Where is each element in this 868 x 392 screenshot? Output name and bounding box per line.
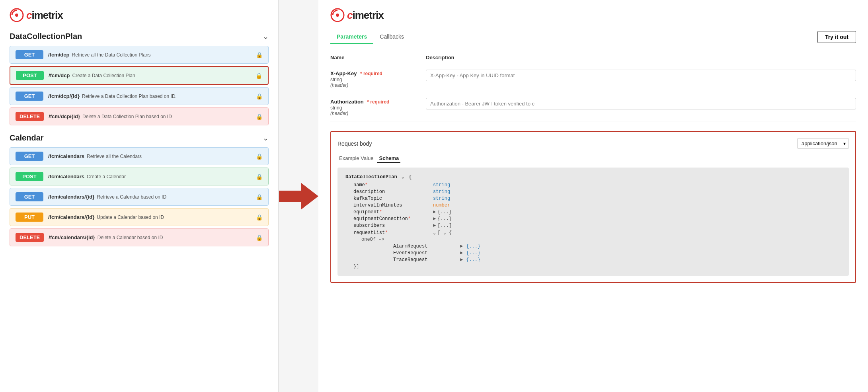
params-col-description: Description	[426, 55, 856, 60]
endpoint-desc: Retrieve a Calendar based on ID	[97, 194, 166, 200]
schema-field-kafkatopic: kafkaTopic string	[345, 196, 841, 201]
example-tabs: Example Value Schema	[337, 154, 849, 163]
endpoint-path: /fcm/calendars	[48, 153, 84, 159]
lock-icon: 🔒	[256, 72, 262, 79]
dcp-section-header: DataCollectionPlan ⌄	[10, 32, 269, 41]
example-tab-value[interactable]: Example Value	[337, 154, 375, 163]
endpoint-calendars-post[interactable]: POST /fcm/calendars Create a Calendar 🔒	[10, 168, 269, 185]
endpoint-dcp-delete[interactable]: DELETE /fcm/dcp/{id} Delete a Data Colle…	[10, 107, 269, 125]
endpoint-dcp-get-id[interactable]: GET /fcm/dcp/{id} Retrieve a Data Collec…	[10, 87, 269, 105]
tab-parameters[interactable]: Parameters	[330, 30, 373, 44]
param-name-xappkey: X-App-Key * required	[330, 70, 426, 77]
endpoint-path: /fcm/calendars/{id}	[48, 194, 94, 200]
param-type-xappkey: string	[330, 77, 426, 82]
calendar-section-header: Calendar ⌄	[10, 133, 269, 142]
method-badge-get: GET	[16, 152, 43, 161]
param-row-auth: Authorization * required string (header)	[330, 93, 856, 121]
left-panel: cimetrix DataCollectionPlan ⌄ GET /fcm/d…	[0, 0, 279, 392]
endpoint-desc: Delete a Calendar based on ID	[98, 235, 163, 240]
try-it-out-button[interactable]: Try it out	[817, 31, 856, 43]
param-location-auth: (header)	[330, 111, 426, 116]
schema-box: DataCollectionPlan ⌄ { name* string desc…	[337, 168, 849, 276]
method-badge-delete: DELETE	[16, 233, 44, 242]
right-panel: cimetrix Parameters Callbacks Try it out…	[318, 0, 868, 392]
param-input-xappkey[interactable]	[426, 70, 856, 81]
schema-field-requestlist: requestList* ⌄ [ ⌄ {	[345, 230, 841, 236]
lock-icon: 🔒	[256, 93, 263, 99]
lock-icon: 🔒	[256, 52, 263, 58]
content-type-select[interactable]: application/json	[797, 138, 849, 149]
param-row-xappkey: X-App-Key * required string (header)	[330, 65, 856, 93]
lock-icon: 🔒	[256, 153, 263, 160]
method-badge-get: GET	[16, 192, 43, 201]
param-desc-col-auth	[426, 98, 856, 109]
schema-field-description: description string	[345, 189, 841, 195]
endpoint-path: /fcm/calendars/{id}	[49, 234, 95, 240]
endpoint-path: /fcm/calendars	[48, 174, 84, 179]
param-input-auth[interactable]	[426, 98, 856, 109]
request-body-section: Request body application/json Example Va…	[330, 131, 856, 283]
endpoint-desc: Create a Data Collection Plan	[72, 73, 135, 78]
endpoint-desc: Retrieve all the Data Collection Plans	[72, 52, 150, 58]
method-badge-post: POST	[16, 71, 44, 80]
dcp-section-title: DataCollectionPlan	[10, 32, 82, 41]
endpoint-calendars-delete[interactable]: DELETE /fcm/calendars/{id} Delete a Cale…	[10, 228, 269, 246]
method-badge-get: GET	[16, 92, 43, 101]
left-logo-text: cimetrix	[26, 9, 63, 21]
collapse-icon[interactable]: ⌄	[433, 230, 436, 236]
lock-icon: 🔒	[256, 234, 263, 241]
endpoint-path: /fcm/dcp	[49, 72, 70, 78]
example-tab-schema[interactable]: Schema	[377, 154, 400, 163]
endpoint-dcp-post[interactable]: POST /fcm/dcp Create a Data Collection P…	[10, 66, 269, 85]
request-body-header: Request body application/json	[337, 138, 849, 149]
params-header: Name Description	[330, 52, 856, 63]
expand-arrow-eq-connection[interactable]: ►	[433, 216, 436, 222]
calendar-section-title: Calendar	[10, 133, 44, 142]
dcp-chevron-icon[interactable]: ⌄	[263, 32, 269, 41]
schema-field-oneof: oneOf ->	[345, 237, 841, 242]
lock-icon: 🔒	[256, 113, 263, 120]
endpoint-dcp-get-all[interactable]: GET /fcm/dcp Retrieve all the Data Colle…	[10, 46, 269, 64]
right-cimetrix-logo-icon	[330, 8, 345, 22]
nested-event-request: EventRequest ► {...}	[345, 250, 841, 256]
lock-icon: 🔒	[256, 214, 263, 220]
parameters-table: Name Description X-App-Key * required st…	[330, 52, 856, 121]
param-name-auth: Authorization * required	[330, 98, 426, 105]
schema-field-subscribers: subscribers ► [...]	[345, 223, 841, 228]
endpoint-path: /fcm/calendars/{id}	[48, 214, 94, 220]
method-badge-put: PUT	[16, 213, 43, 222]
request-body-title: Request body	[337, 140, 372, 147]
endpoint-calendars-get-all[interactable]: GET /fcm/calendars Retrieve all the Cale…	[10, 147, 269, 165]
endpoint-calendars-put[interactable]: PUT /fcm/calendars/{id} Update a Calenda…	[10, 208, 269, 226]
param-name-col-auth: Authorization * required string (header)	[330, 98, 426, 116]
expand-arrow-trace[interactable]: ►	[460, 257, 463, 263]
schema-field-equipment-connection: equipmentConnection* ► {...}	[345, 216, 841, 222]
tab-callbacks[interactable]: Callbacks	[373, 30, 410, 44]
method-badge-delete: DELETE	[16, 112, 44, 121]
expand-arrow-alarm[interactable]: ►	[460, 244, 463, 249]
lock-icon: 🔒	[256, 194, 263, 200]
endpoint-desc: Retrieve all the Calendars	[87, 154, 142, 159]
left-logo: cimetrix	[10, 8, 269, 22]
method-badge-get: GET	[16, 50, 43, 59]
expand-arrow-subscribers[interactable]: ►	[433, 223, 436, 228]
expand-icon[interactable]: ⌄	[402, 174, 407, 180]
tabs-row: Parameters Callbacks Try it out	[330, 30, 856, 44]
calendar-chevron-icon[interactable]: ⌄	[263, 134, 269, 142]
content-type-wrapper: application/json	[797, 138, 849, 149]
schema-field-equipment: equipment* ► {...}	[345, 209, 841, 215]
endpoint-calendars-get-id[interactable]: GET /fcm/calendars/{id} Retrieve a Calen…	[10, 188, 269, 206]
endpoint-desc: Create a Calendar	[87, 174, 126, 179]
endpoint-path: /fcm/dcp	[48, 52, 69, 58]
endpoint-path: /fcm/dcp/{id}	[49, 113, 80, 119]
expand-arrow-equipment[interactable]: ►	[433, 209, 436, 215]
param-desc-col-xappkey	[426, 70, 856, 81]
cimetrix-logo-icon	[10, 8, 24, 22]
schema-open-brace: {	[409, 174, 412, 180]
method-badge-post: POST	[16, 172, 43, 181]
expand-arrow-event[interactable]: ►	[460, 250, 463, 256]
endpoint-desc: Delete a Data Collection Plan based on I…	[82, 114, 172, 119]
schema-root-title: DataCollectionPlan ⌄ {	[345, 174, 841, 180]
schema-closing: }]	[345, 264, 841, 269]
endpoint-path: /fcm/dcp/{id}	[48, 93, 80, 99]
